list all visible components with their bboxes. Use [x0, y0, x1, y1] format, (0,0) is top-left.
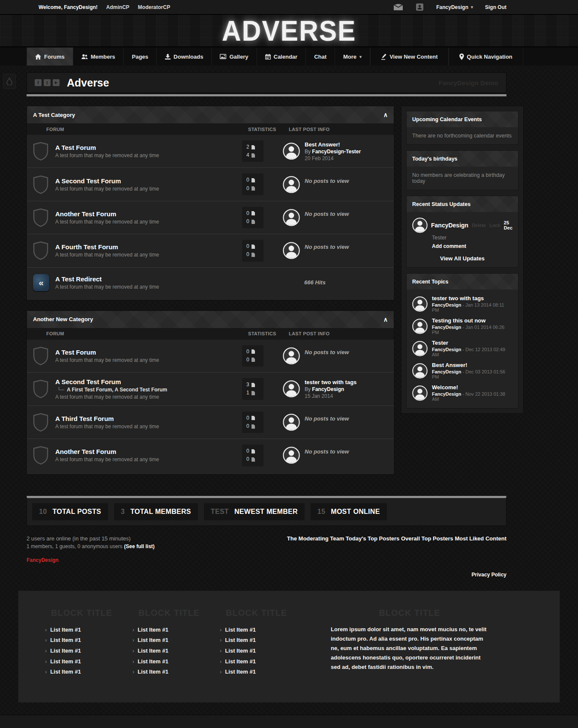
topic-author[interactable]: FancyDesign [432, 325, 461, 330]
footer-list-item[interactable]: ›List Item #1 [220, 667, 307, 677]
quick-navigation-button[interactable]: Quick Navigation [449, 48, 523, 66]
forum-link[interactable]: Another Test Forum [55, 210, 239, 218]
tab-pages[interactable]: Pages [124, 48, 157, 66]
category-header[interactable]: A Test Category ∧ [27, 106, 394, 123]
footer-list-item[interactable]: ›List Item #1 [220, 635, 307, 646]
footer-list-item[interactable]: ›List Item #1 [220, 646, 307, 656]
site-logo[interactable]: ADVERSE [222, 16, 356, 45]
footer-list-item[interactable]: ›List Item #1 [220, 625, 307, 636]
footer-list-item[interactable]: ›List Item #1 [220, 656, 307, 667]
status-delete-link[interactable]: Delete [472, 223, 486, 228]
notifications-icon[interactable] [415, 4, 424, 11]
footer-list-item[interactable]: ›List Item #1 [132, 625, 220, 636]
sidebar: Upcoming Calendar Events There are no fo… [401, 106, 524, 414]
forum-link[interactable]: A Second Test Forum [55, 378, 239, 385]
tab-members[interactable]: Members [73, 48, 124, 66]
category-header[interactable]: Another New Category ∧ [27, 311, 394, 328]
last-post-author[interactable]: FancyDesign-Tester [312, 149, 361, 155]
footer-text: Lorem ipsum dolor sit amet, nam movet mu… [331, 625, 488, 672]
todays-top-posters-link[interactable]: Today's Top Posters [346, 535, 399, 542]
last-post-title[interactable]: Best Answer! [305, 141, 361, 148]
footer-list-item[interactable]: ›List Item #1 [132, 667, 220, 677]
avatar[interactable] [412, 341, 428, 356]
last-post-avatar[interactable] [283, 380, 300, 397]
topic-author[interactable]: FancyDesign [432, 302, 461, 307]
last-post-author[interactable]: FancyDesign [312, 386, 344, 392]
tab-more[interactable]: More ▾ [335, 48, 370, 66]
online-member-link[interactable]: FancyDesign [27, 557, 506, 563]
admincp-link[interactable]: AdminCP [106, 4, 129, 10]
view-new-content-button[interactable]: View New Content [370, 48, 448, 66]
collapse-chevron-icon[interactable]: ∧ [383, 316, 388, 323]
footer-list-item[interactable]: ›List Item #1 [132, 635, 220, 646]
reply-doc-icon [252, 358, 255, 362]
topic-author[interactable]: FancyDesign [432, 347, 461, 352]
last-post-title[interactable]: tester two with tags [305, 379, 356, 385]
avatar[interactable] [412, 363, 428, 379]
forum-link[interactable]: A Test Forum [55, 144, 239, 151]
status-author[interactable]: FancyDesign [431, 222, 468, 229]
avatar[interactable] [412, 296, 428, 312]
avatar[interactable] [412, 319, 428, 334]
sidebar-header[interactable]: Today's birthdays [407, 151, 518, 167]
add-comment-link[interactable]: Add comment [432, 243, 512, 249]
topic-link[interactable]: tester two with tags [432, 295, 512, 301]
moderatorcp-link[interactable]: ModeratorCP [138, 4, 170, 10]
sidebar-header[interactable]: Upcoming Calendar Events [407, 111, 518, 127]
most-liked-content-link[interactable]: Most Liked Content [455, 535, 506, 542]
footer-list-item[interactable]: ›List Item #1 [45, 667, 132, 677]
topic-link[interactable]: Welcome! [432, 384, 512, 391]
avatar[interactable] [412, 218, 428, 233]
sign-out-link[interactable]: Sign Out [485, 4, 506, 10]
sidebar-recent-topics: Recent Topics tester two with tags Fancy… [406, 273, 518, 409]
status-lock-link[interactable]: Lock [489, 223, 500, 228]
reply-doc-icon [252, 424, 255, 429]
topic-link[interactable]: Testing this out now [432, 317, 512, 324]
moderating-team-link[interactable]: The Moderating Team [287, 535, 344, 542]
forum-link[interactable]: A Test Redirect [55, 275, 239, 283]
arrow-icon: › [132, 667, 134, 677]
forum-shield-icon [33, 379, 55, 398]
topic-author[interactable]: FancyDesign [432, 391, 461, 397]
water-drop-icon[interactable] [3, 74, 16, 89]
online-users-section: 2 users are online (in the past 15 minut… [27, 535, 506, 549]
forum-stats: 0 0 [242, 240, 264, 261]
topic-author[interactable]: FancyDesign [432, 369, 461, 374]
forum-link[interactable]: A Second Test Forum [55, 177, 239, 185]
overall-top-posters-link[interactable]: Overall Top Posters [401, 535, 453, 542]
footer-list-item[interactable]: ›List Item #1 [45, 656, 132, 667]
forum-link[interactable]: A Third Test Forum [55, 415, 239, 422]
see-full-list-link[interactable]: (See full list) [124, 543, 154, 549]
facebook-icon[interactable]: f [35, 79, 42, 86]
tab-gallery[interactable]: Gallery [212, 48, 257, 66]
topic-link[interactable]: Best Answer! [432, 362, 512, 368]
messenger-envelope-icon[interactable] [393, 4, 403, 11]
view-all-updates-link[interactable]: View All Updates [412, 255, 512, 262]
arrow-icon: › [45, 667, 47, 677]
footer-list-item[interactable]: ›List Item #1 [132, 646, 220, 656]
footer-list-item[interactable]: ›List Item #1 [45, 635, 132, 646]
tab-downloads[interactable]: Downloads [157, 48, 212, 66]
forum-description: A test forum that may be removed at any … [55, 219, 239, 225]
twitter-icon[interactable]: t [44, 79, 51, 86]
sidebar-header[interactable]: Recent Status Updates [407, 196, 518, 212]
footer-list-item[interactable]: ›List Item #1 [132, 656, 220, 667]
topic-link[interactable]: Tester [432, 340, 512, 346]
last-post-avatar[interactable] [283, 143, 300, 160]
forum-link[interactable]: A Test Forum [55, 349, 239, 356]
user-menu[interactable]: FancyDesign ▾ [436, 4, 473, 10]
forum-link[interactable]: Another Test Forum [55, 448, 239, 455]
board-statistics: 10 TOTAL POSTS 3 TOTAL MEMBERS TEST NEWE… [27, 496, 506, 526]
footer-list-item[interactable]: ›List Item #1 [45, 625, 132, 636]
tab-forums[interactable]: Forums [27, 48, 73, 66]
privacy-policy-link[interactable]: Privacy Policy [27, 572, 506, 578]
footer-list-item[interactable]: ›List Item #1 [45, 646, 132, 656]
sidebar-header[interactable]: Recent Topics [407, 274, 518, 289]
youtube-icon[interactable]: ▶ [53, 79, 60, 86]
subforum-links[interactable]: └─A First Test Forum, A Second Test Foru… [57, 387, 239, 393]
collapse-chevron-icon[interactable]: ∧ [383, 111, 388, 118]
forum-link[interactable]: A Fourth Test Forum [55, 243, 239, 251]
avatar[interactable] [412, 385, 428, 401]
tab-chat[interactable]: Chat [306, 48, 335, 66]
tab-calendar[interactable]: Calendar [257, 48, 306, 66]
